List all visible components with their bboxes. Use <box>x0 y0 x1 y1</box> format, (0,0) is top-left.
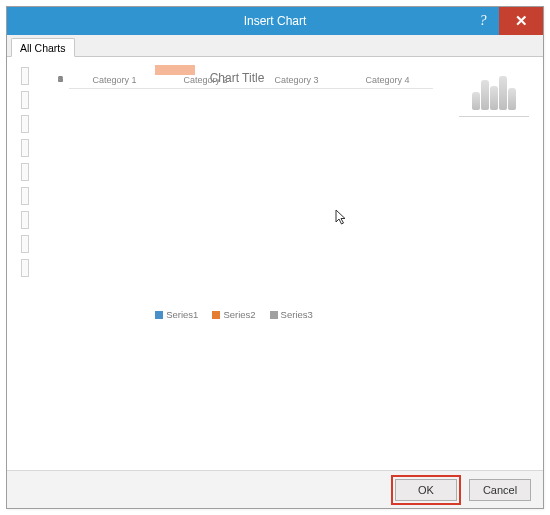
tab-all-charts[interactable]: All Charts <box>11 38 75 57</box>
legend-swatch-icon <box>270 311 278 319</box>
dialog-content: Chart Title 0123456 Category 1Category 2… <box>7 57 543 470</box>
chart-preview-row: Chart Title 0123456 Category 1Category 2… <box>21 63 529 333</box>
tab-strip: All Charts <box>7 35 543 57</box>
legend-label: Series2 <box>223 309 255 320</box>
3d-cylinder-icon[interactable] <box>459 71 529 117</box>
legend-item: Series2 <box>212 309 255 320</box>
x-tick-label: Category 1 <box>69 73 160 89</box>
legend-swatch-icon <box>212 311 220 319</box>
chart-type-thumbnails <box>21 63 31 277</box>
window-controls: ? ✕ <box>467 7 543 35</box>
thumb-item[interactable] <box>21 91 29 109</box>
chart-preview[interactable]: Chart Title 0123456 Category 1Category 2… <box>35 63 529 77</box>
thumb-item[interactable] <box>21 67 29 85</box>
x-tick-label: Category 4 <box>342 73 433 89</box>
close-button[interactable]: ✕ <box>499 7 543 35</box>
cancel-button[interactable]: Cancel <box>469 479 531 501</box>
thumb-item[interactable] <box>21 187 29 205</box>
ok-button-highlight: OK <box>391 475 461 505</box>
legend-swatch-icon <box>155 311 163 319</box>
x-tick-label: Category 2 <box>160 73 251 89</box>
cursor-arrow-icon <box>335 209 349 227</box>
legend-label: Series1 <box>166 309 198 320</box>
x-tick-label: Category 3 <box>251 73 342 89</box>
insert-chart-dialog: Insert Chart ? ✕ All Charts <box>6 6 544 509</box>
titlebar: Insert Chart ? ✕ <box>7 7 543 35</box>
thumb-item[interactable] <box>21 211 29 229</box>
legend-item: Series3 <box>270 309 313 320</box>
legend-label: Series3 <box>281 309 313 320</box>
thumb-item[interactable] <box>21 139 29 157</box>
thumb-item[interactable] <box>21 115 29 133</box>
window-title: Insert Chart <box>244 14 307 28</box>
legend-item: Series1 <box>155 309 198 320</box>
chart-legend: Series1Series2Series3 <box>35 309 433 320</box>
y-tick-label: 6 <box>47 74 63 84</box>
help-button[interactable]: ? <box>467 7 499 35</box>
x-axis-labels: Category 1Category 2Category 3Category 4 <box>69 73 433 89</box>
thumb-item[interactable] <box>21 163 29 181</box>
thumb-item[interactable] <box>21 259 29 277</box>
thumb-item[interactable] <box>21 235 29 253</box>
ok-button[interactable]: OK <box>395 479 457 501</box>
dialog-footer: OK Cancel <box>7 470 543 508</box>
